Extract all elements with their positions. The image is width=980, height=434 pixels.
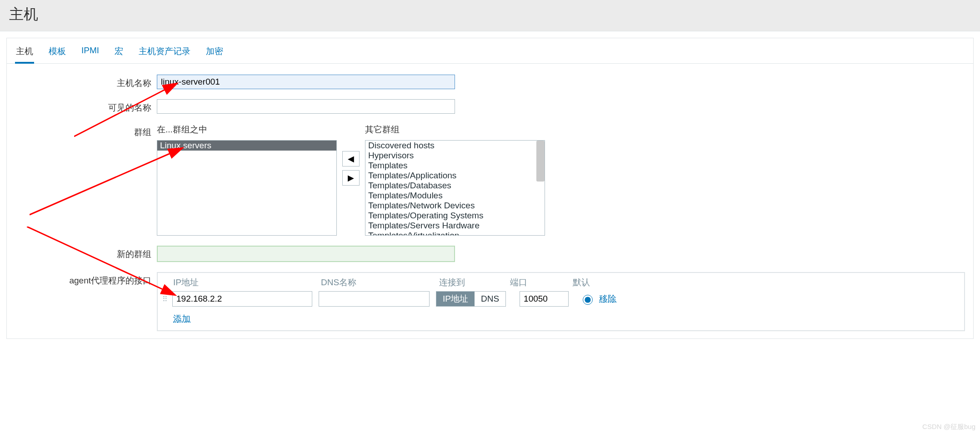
hostname-label: 主机名称 bbox=[7, 75, 157, 89]
move-right-button[interactable]: ▶ bbox=[342, 170, 360, 186]
tab-ipmi[interactable]: IPMI bbox=[80, 43, 100, 63]
tab-encryption[interactable]: 加密 bbox=[205, 43, 224, 63]
tab-inventory[interactable]: 主机资产记录 bbox=[138, 43, 191, 63]
move-left-button[interactable]: ◀ bbox=[342, 151, 360, 167]
form-area: 主机名称 可见的名称 群组 在...群组之中 bbox=[7, 64, 973, 338]
list-item[interactable]: Templates/Operating Systems bbox=[365, 211, 545, 221]
groups-label: 群组 bbox=[7, 124, 157, 138]
list-item[interactable]: Templates bbox=[365, 161, 545, 171]
move-buttons: ◀ ▶ bbox=[342, 151, 360, 186]
add-interface-link[interactable]: 添加 bbox=[173, 313, 190, 325]
new-group-label: 新的群组 bbox=[7, 246, 157, 260]
col-header-default: 默认 bbox=[573, 277, 590, 288]
connect-ip-button[interactable]: IP地址 bbox=[436, 292, 475, 306]
interface-dns-input[interactable] bbox=[319, 291, 430, 307]
visible-name-input[interactable] bbox=[157, 99, 455, 114]
list-item[interactable]: Templates/Network Devices bbox=[365, 201, 545, 211]
agent-interfaces-label: agent代理程序的接口 bbox=[7, 272, 157, 287]
scrollbar-thumb[interactable] bbox=[536, 141, 545, 182]
triangle-right-icon: ▶ bbox=[348, 173, 354, 183]
interfaces-header: IP地址 DNS名称 连接到 端口 默认 bbox=[158, 277, 964, 291]
connect-toggle: IP地址 DNS bbox=[436, 291, 506, 307]
in-groups-title: 在...群组之中 bbox=[157, 124, 337, 136]
col-header-ip: IP地址 bbox=[173, 277, 321, 288]
tab-templates[interactable]: 模板 bbox=[48, 43, 67, 63]
list-item[interactable]: Templates/Applications bbox=[365, 171, 545, 181]
interface-row: ⠿ IP地址 DNS 移除 bbox=[158, 291, 964, 307]
row-hostname: 主机名称 bbox=[7, 75, 973, 89]
remove-interface-link[interactable]: 移除 bbox=[599, 293, 616, 305]
in-groups-column: 在...群组之中 Linux servers bbox=[157, 124, 337, 236]
col-header-port: 端口 bbox=[510, 277, 573, 288]
default-interface-radio[interactable] bbox=[583, 295, 593, 305]
other-groups-title: 其它群组 bbox=[365, 124, 545, 136]
tab-macros[interactable]: 宏 bbox=[114, 43, 124, 63]
interfaces-block: IP地址 DNS名称 连接到 端口 默认 ⠿ IP地址 DNS bbox=[157, 272, 965, 331]
other-groups-listbox[interactable]: Discovered hosts Hypervisors Templates T… bbox=[365, 140, 545, 236]
row-new-group: 新的群组 bbox=[7, 246, 973, 262]
page-header: 主机 bbox=[0, 0, 980, 31]
list-item[interactable]: Templates/Databases bbox=[365, 181, 545, 191]
list-item[interactable]: Templates/Virtualization bbox=[365, 231, 545, 236]
row-groups: 群组 在...群组之中 Linux servers ◀ bbox=[7, 124, 973, 236]
tab-host[interactable]: 主机 bbox=[15, 43, 34, 64]
list-item[interactable]: Discovered hosts bbox=[365, 141, 545, 151]
connect-dns-button[interactable]: DNS bbox=[475, 292, 505, 306]
col-header-connect: 连接到 bbox=[439, 277, 510, 288]
in-groups-listbox[interactable]: Linux servers bbox=[157, 140, 337, 236]
col-header-dns: DNS名称 bbox=[321, 277, 439, 288]
page-title: 主机 bbox=[9, 5, 971, 25]
new-group-input[interactable] bbox=[157, 246, 455, 262]
list-item[interactable]: Hypervisors bbox=[365, 151, 545, 161]
list-item[interactable]: Templates/Servers Hardware bbox=[365, 221, 545, 231]
interface-ip-input[interactable] bbox=[172, 291, 312, 307]
visible-name-label: 可见的名称 bbox=[7, 99, 157, 114]
list-item[interactable]: Linux servers bbox=[157, 141, 336, 151]
interface-port-input[interactable] bbox=[520, 291, 569, 307]
tab-bar: 主机 模板 IPMI 宏 主机资产记录 加密 bbox=[7, 38, 973, 64]
triangle-left-icon: ◀ bbox=[348, 154, 354, 164]
content-pane: 主机 模板 IPMI 宏 主机资产记录 加密 主机名称 可见的名称 bbox=[6, 38, 974, 339]
other-groups-column: 其它群组 Discovered hosts Hypervisors Templa… bbox=[365, 124, 545, 236]
row-visible-name: 可见的名称 bbox=[7, 99, 973, 114]
row-agent-interfaces: agent代理程序的接口 IP地址 DNS名称 连接到 端口 默认 ⠿ bbox=[7, 272, 973, 331]
drag-handle-icon[interactable]: ⠿ bbox=[162, 295, 172, 303]
list-item[interactable]: Templates/Modules bbox=[365, 191, 545, 201]
hostname-input[interactable] bbox=[157, 75, 455, 89]
